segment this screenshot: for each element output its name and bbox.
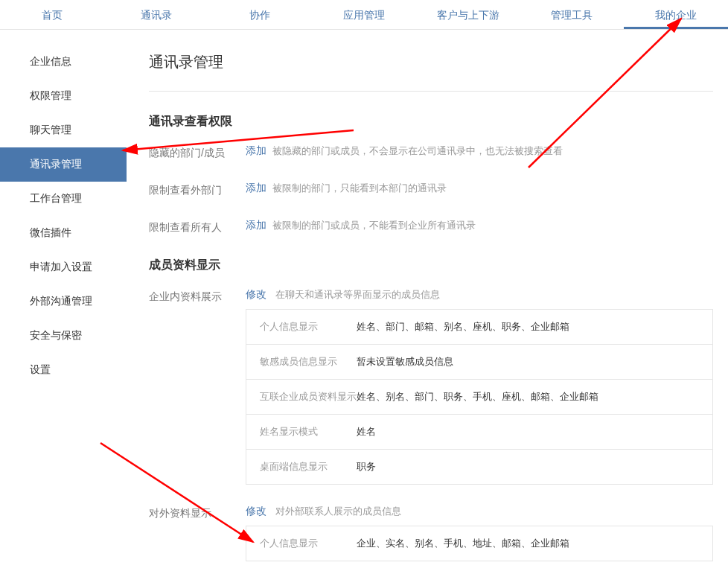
- info-box: 个人信息显示姓名、部门、邮箱、别名、座机、职务、企业邮箱: [246, 309, 713, 345]
- row-label: 隐藏的部门/成员: [149, 144, 246, 161]
- info-box: 互联企业成员资料显示姓名、别名、部门、职务、手机、座机、邮箱、企业邮箱: [246, 379, 713, 415]
- info-box-value: 姓名: [357, 425, 376, 439]
- sidebar-item[interactable]: 安全与保密: [0, 319, 127, 353]
- info-box-value: 暂未设置敏感成员信息: [357, 355, 453, 369]
- info-box-label: 敏感成员信息显示: [260, 355, 357, 369]
- permission-row: 隐藏的部门/成员添加被隐藏的部门或成员，不会显示在公司通讯录中，也无法被搜索查看: [149, 144, 713, 161]
- row-label: 限制查看所有人: [149, 219, 246, 235]
- topnav-item[interactable]: 客户与上下游: [416, 0, 520, 29]
- page-title: 通讯录管理: [149, 52, 713, 92]
- internal-display-row: 企业内资料展示 修改 在聊天和通讯录等界面显示的成员信息 个人信息显示姓名、部门…: [149, 288, 713, 484]
- add-link[interactable]: 添加: [246, 219, 266, 231]
- row-desc: 被限制的部门，只能看到本部门的通讯录: [272, 182, 447, 194]
- sidebar-item[interactable]: 微信插件: [0, 216, 127, 250]
- info-box: 姓名显示模式姓名: [246, 414, 713, 450]
- add-link[interactable]: 添加: [246, 144, 266, 156]
- sidebar-item[interactable]: 设置: [0, 353, 127, 387]
- row-desc: 被隐藏的部门或成员，不会显示在公司通讯录中，也无法被搜索查看: [272, 145, 563, 156]
- top-nav: 首页通讯录协作应用管理客户与上下游管理工具我的企业: [0, 0, 728, 30]
- row-content: 添加被限制的部门或成员，不能看到企业所有通讯录: [246, 219, 713, 232]
- modify-link[interactable]: 修改: [246, 505, 266, 517]
- topnav-item[interactable]: 协作: [208, 0, 312, 29]
- row-label: 限制查看外部门: [149, 182, 246, 198]
- permission-row: 限制查看所有人添加被限制的部门或成员，不能看到企业所有通讯录: [149, 219, 713, 235]
- sidebar: 企业信息权限管理聊天管理通讯录管理工作台管理微信插件申请加入设置外部沟通管理安全…: [0, 37, 127, 574]
- sidebar-item[interactable]: 申请加入设置: [0, 250, 127, 284]
- sidebar-item[interactable]: 企业信息: [0, 45, 127, 79]
- info-box-label: 个人信息显示: [260, 320, 357, 334]
- external-display-row: 对外资料显示 修改 对外部联系人展示的成员信息 个人信息显示企业、实名、别名、手…: [149, 505, 713, 561]
- container: 企业信息权限管理聊天管理通讯录管理工作台管理微信插件申请加入设置外部沟通管理安全…: [0, 37, 728, 574]
- info-box-value: 姓名、部门、邮箱、别名、座机、职务、企业邮箱: [357, 320, 569, 334]
- info-box: 敏感成员信息显示暂未设置敏感成员信息: [246, 344, 713, 380]
- sidebar-item[interactable]: 聊天管理: [0, 113, 127, 147]
- info-box-value: 姓名、别名、部门、职务、手机、座机、邮箱、企业邮箱: [357, 390, 598, 404]
- info-box-label: 互联企业成员资料显示: [260, 390, 357, 404]
- info-box-label: 桌面端信息显示: [260, 460, 357, 473]
- topnav-item[interactable]: 管理工具: [520, 0, 625, 29]
- info-box: 桌面端信息显示职务: [246, 449, 713, 485]
- row-content: 添加被隐藏的部门或成员，不会显示在公司通讯录中，也无法被搜索查看: [246, 144, 713, 158]
- main-content: 通讯录管理 通讯录查看权限 隐藏的部门/成员添加被隐藏的部门或成员，不会显示在公…: [127, 37, 728, 574]
- sidebar-item[interactable]: 外部沟通管理: [0, 284, 127, 319]
- sidebar-item[interactable]: 工作台管理: [0, 182, 127, 216]
- topnav-item[interactable]: 通讯录: [104, 0, 208, 29]
- section-title-member-display: 成员资料显示: [149, 258, 713, 273]
- info-box-label: 姓名显示模式: [260, 425, 357, 439]
- info-box: 个人信息显示企业、实名、别名、手机、地址、邮箱、企业邮箱: [246, 526, 713, 561]
- row-desc: 被限制的部门或成员，不能看到企业所有通讯录: [272, 220, 476, 231]
- topnav-item[interactable]: 我的企业: [624, 0, 728, 29]
- info-box-value: 企业、实名、别名、手机、地址、邮箱、企业邮箱: [357, 537, 569, 550]
- sidebar-item[interactable]: 权限管理: [0, 79, 127, 113]
- row-label: 企业内资料展示: [149, 288, 246, 304]
- row-desc: 在聊天和通讯录等界面显示的成员信息: [275, 289, 440, 300]
- row-content: 修改 对外部联系人展示的成员信息 个人信息显示企业、实名、别名、手机、地址、邮箱…: [246, 505, 713, 561]
- add-link[interactable]: 添加: [246, 182, 266, 194]
- topnav-item[interactable]: 首页: [0, 0, 104, 29]
- row-desc: 对外部联系人展示的成员信息: [275, 506, 401, 517]
- info-box-label: 个人信息显示: [260, 537, 357, 550]
- info-box-value: 职务: [357, 460, 376, 473]
- modify-link[interactable]: 修改: [246, 288, 266, 300]
- sidebar-item[interactable]: 通讯录管理: [0, 147, 127, 182]
- row-content: 添加被限制的部门，只能看到本部门的通讯录: [246, 182, 713, 195]
- topnav-item[interactable]: 应用管理: [312, 0, 416, 29]
- section-title-view-permission: 通讯录查看权限: [149, 114, 713, 130]
- row-content: 修改 在聊天和通讯录等界面显示的成员信息 个人信息显示姓名、部门、邮箱、别名、座…: [246, 288, 713, 484]
- permission-row: 限制查看外部门添加被限制的部门，只能看到本部门的通讯录: [149, 182, 713, 198]
- row-label: 对外资料显示: [149, 505, 246, 521]
